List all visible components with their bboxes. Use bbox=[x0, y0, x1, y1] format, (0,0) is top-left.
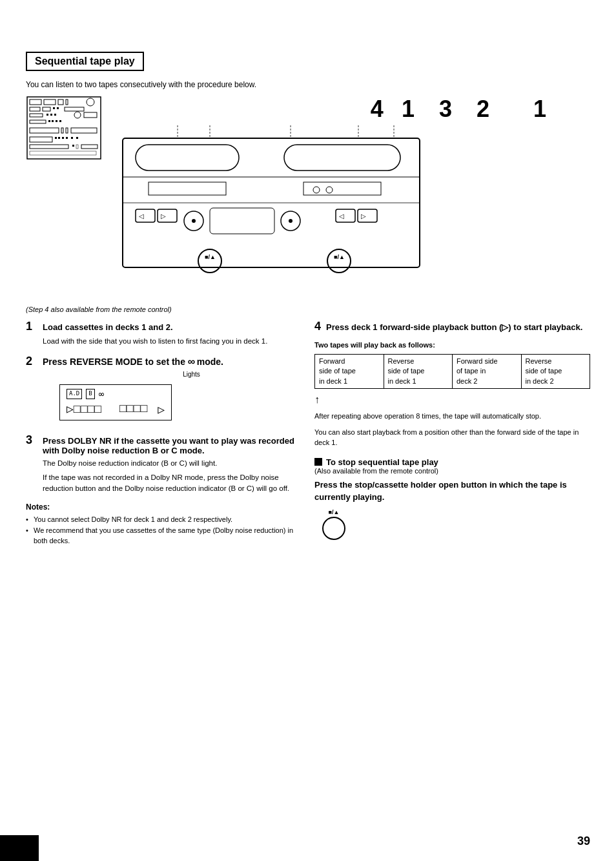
step2: 2 Press REVERSE MODE to set the ∞ mode. … bbox=[26, 355, 302, 426]
svg-text:▷: ▷ bbox=[161, 213, 166, 220]
stop-button-circle[interactable] bbox=[322, 517, 345, 540]
step3-header: 3 Press DOLBY NR if the cassette you wan… bbox=[26, 433, 302, 455]
step4-header: 4 Press deck 1 forward-side playback but… bbox=[314, 320, 590, 333]
left-column: 1 Load cassettes in decks 1 and 2. Load … bbox=[26, 320, 302, 546]
display-row: ▷□□□□ □□□□ ▷ bbox=[67, 402, 165, 416]
to-stop-title: To stop sequential tape play bbox=[326, 457, 438, 467]
svg-rect-6 bbox=[30, 107, 40, 111]
press-stop-text: Press the stop/cassette holder open butt… bbox=[314, 479, 590, 504]
svg-rect-1 bbox=[30, 99, 41, 105]
display-arrow: ▷ bbox=[158, 402, 165, 416]
step1-num: 1 bbox=[26, 320, 37, 333]
svg-text:■/▲: ■/▲ bbox=[205, 254, 216, 260]
svg-rect-26 bbox=[30, 137, 52, 142]
num3: 3 bbox=[439, 96, 457, 123]
step1-body: Load with the side that you wish to list… bbox=[43, 336, 302, 347]
step3-title: Press DOLBY NR if the cassette you want … bbox=[43, 436, 302, 455]
svg-rect-22 bbox=[30, 128, 59, 133]
display-right: □□□□ bbox=[119, 402, 147, 415]
svg-rect-12 bbox=[46, 114, 48, 116]
svg-rect-31 bbox=[71, 137, 73, 139]
indicator-b: B bbox=[86, 389, 94, 399]
also-start: You can also start playback from a posit… bbox=[314, 427, 590, 448]
svg-rect-2 bbox=[44, 99, 56, 105]
playback-table: Forwardside of tapein deck 1 Reverseside… bbox=[314, 354, 590, 389]
to-stop-section: To stop sequential tape play (Also avail… bbox=[314, 457, 590, 540]
svg-rect-33 bbox=[30, 145, 68, 149]
svg-rect-13 bbox=[50, 114, 52, 116]
indicator-inf: ∞ bbox=[99, 389, 104, 399]
svg-rect-3 bbox=[58, 99, 63, 105]
tape-deck-diagram: 4 1 3 2 1 ◁ ▷ bbox=[110, 96, 590, 295]
col2: Reverseside of tapein deck 1 bbox=[384, 355, 453, 389]
step2-title: Press REVERSE MODE to set the ∞ mode. bbox=[43, 356, 223, 368]
main-content: 1 Load cassettes in decks 1 and 2. Load … bbox=[26, 320, 590, 546]
svg-point-60 bbox=[198, 249, 221, 273]
svg-rect-17 bbox=[30, 120, 46, 123]
svg-rect-20 bbox=[56, 120, 57, 122]
svg-rect-8 bbox=[53, 107, 55, 109]
remote-note: (Step 4 also available from the remote c… bbox=[26, 306, 590, 313]
table-arrow: ↑ bbox=[314, 394, 590, 406]
stop-button-container: ■/▲ bbox=[314, 509, 353, 540]
page-title-box: Sequential tape play bbox=[26, 52, 144, 71]
intro-text: You can listen to two tapes consecutivel… bbox=[26, 80, 590, 89]
svg-rect-23 bbox=[61, 128, 63, 133]
svg-text:◁: ◁ bbox=[339, 213, 344, 220]
svg-rect-41 bbox=[284, 145, 400, 171]
num1b: 1 bbox=[533, 96, 551, 123]
step1-header: 1 Load cassettes in decks 1 and 2. bbox=[26, 320, 302, 333]
step3: 3 Press DOLBY NR if the cassette you wan… bbox=[26, 433, 302, 494]
col1-text: Forwardside of tapein deck 1 bbox=[319, 357, 356, 385]
svg-rect-29 bbox=[62, 137, 64, 139]
col1: Forwardside of tapein deck 1 bbox=[315, 355, 384, 389]
col4: Reverseside of tapein deck 2 bbox=[521, 355, 590, 389]
svg-rect-25 bbox=[71, 128, 97, 133]
step3-body2: If the tape was not recorded in a Dolby … bbox=[43, 472, 302, 495]
svg-rect-21 bbox=[59, 120, 61, 122]
col3: Forward sideof tape indeck 2 bbox=[453, 355, 522, 389]
after-repeat: After repeating above operation 8 times,… bbox=[314, 411, 590, 422]
num4: 4 bbox=[371, 96, 389, 123]
two-tapes-label: Two tapes will play back as follows: bbox=[314, 341, 590, 349]
svg-rect-10 bbox=[65, 107, 84, 111]
lights-label: Lights bbox=[81, 371, 302, 378]
black-square-icon bbox=[314, 458, 322, 466]
svg-rect-24 bbox=[66, 128, 68, 133]
svg-rect-37 bbox=[30, 151, 96, 155]
svg-rect-19 bbox=[52, 120, 54, 122]
svg-point-15 bbox=[74, 112, 81, 118]
step2-header: 2 Press REVERSE MODE to set the ∞ mode. bbox=[26, 355, 302, 368]
remote-sketch bbox=[26, 96, 103, 162]
svg-rect-18 bbox=[48, 120, 50, 122]
num2: 2 bbox=[477, 96, 495, 123]
svg-rect-32 bbox=[76, 137, 78, 139]
svg-rect-28 bbox=[58, 137, 60, 139]
col4-text: Reverseside of tapein deck 2 bbox=[526, 357, 562, 385]
svg-text:■/▲: ■/▲ bbox=[334, 254, 345, 260]
step-numbers: 4 1 3 2 1 bbox=[110, 96, 590, 123]
svg-point-58 bbox=[313, 187, 320, 193]
svg-rect-51 bbox=[210, 208, 274, 234]
svg-rect-40 bbox=[136, 145, 239, 171]
svg-text:▷: ▷ bbox=[361, 213, 366, 220]
notes-list: You cannot select Dolby NR for deck 1 an… bbox=[26, 514, 302, 546]
right-column: 4 Press deck 1 forward-side playback but… bbox=[314, 320, 590, 546]
svg-point-59 bbox=[326, 187, 333, 193]
svg-point-5 bbox=[87, 98, 94, 106]
svg-rect-14 bbox=[54, 114, 56, 116]
step4-num: 4 bbox=[314, 320, 321, 333]
to-stop-header: To stop sequential tape play bbox=[314, 457, 590, 467]
svg-rect-16 bbox=[84, 112, 97, 118]
indicator-row: A.D B ∞ bbox=[67, 389, 165, 399]
indicator-auto: A.D bbox=[67, 389, 82, 399]
step3-num: 3 bbox=[26, 433, 37, 447]
diagram-area: 4 1 3 2 1 ◁ ▷ bbox=[26, 96, 590, 295]
tape-deck-svg: ◁ ▷ ◁ ▷ ■/▲ ■/▲ bbox=[110, 125, 433, 293]
svg-rect-30 bbox=[66, 137, 68, 139]
step1-title: Load cassettes in decks 1 and 2. bbox=[43, 322, 173, 332]
stop-button-label: ■/▲ bbox=[329, 509, 340, 515]
step2-num: 2 bbox=[26, 355, 37, 368]
page-title: Sequential tape play bbox=[35, 56, 135, 67]
svg-rect-27 bbox=[55, 137, 57, 139]
